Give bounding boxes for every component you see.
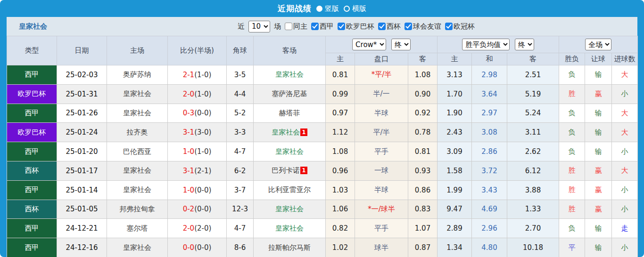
checkbox-icon[interactable] bbox=[285, 23, 292, 30]
avg-draw-cell: 3.43 bbox=[472, 180, 507, 200]
home-odds-cell: 1.08 bbox=[326, 142, 355, 161]
avg-draw-cell: 2.96 bbox=[472, 219, 507, 238]
away-team-cell: 赫塔菲 bbox=[254, 104, 326, 123]
avg-away-cell: 2.70 bbox=[507, 219, 559, 238]
goals-result-cell: 大 bbox=[612, 104, 638, 123]
radio-unselected-icon[interactable] bbox=[344, 6, 350, 12]
halftime-score: (3-0) bbox=[194, 128, 211, 137]
away-team-name: 塞萨洛尼基 bbox=[272, 89, 307, 98]
home-team-cell: 皇家社会 bbox=[107, 104, 168, 123]
away-odds-cell: 0.83 bbox=[408, 200, 438, 219]
corners-cell: 3-5 bbox=[227, 65, 254, 85]
recent-count-select[interactable]: 10 bbox=[248, 21, 270, 32]
handicap-result-cell: 输 bbox=[585, 142, 612, 161]
avg-draw-cell: 2.97 bbox=[472, 104, 507, 123]
home-team-cell: 邦弗拉甸拿 bbox=[107, 200, 168, 219]
score-cell: 1-0(1-0) bbox=[168, 142, 227, 161]
handicap-result-cell: 赢 bbox=[585, 180, 612, 200]
away-team-cell: 拉斯帕尔马斯 bbox=[254, 238, 326, 257]
corners-cell: 4-4 bbox=[227, 84, 254, 104]
competition-cell: 欧罗巴杯 bbox=[7, 84, 57, 104]
date-cell: 25-01-14 bbox=[57, 180, 107, 200]
competition-cell: 西甲 bbox=[7, 219, 57, 238]
bookmaker-select[interactable]: Crow* bbox=[352, 39, 386, 50]
checkbox-icon[interactable] bbox=[445, 23, 453, 30]
league-filter-checkbox[interactable]: 西甲 bbox=[311, 22, 334, 31]
layout-option-horizontal[interactable]: 横版 bbox=[344, 4, 366, 13]
away-odds-cell: 1.07 bbox=[408, 219, 438, 238]
goals-result-cell: 走 bbox=[612, 219, 638, 238]
checkbox-label: 欧罗巴杯 bbox=[346, 22, 374, 31]
avg-away-cell: 2.51 bbox=[507, 65, 559, 85]
avg-away-cell: 10.18 bbox=[507, 238, 559, 257]
away-team-cell: 塞萨洛尼基 bbox=[254, 84, 326, 104]
avg-home-cell: 2.89 bbox=[438, 219, 472, 238]
result-cell: 负 bbox=[559, 219, 585, 238]
league-filter-checkbox[interactable]: 同主 bbox=[285, 22, 307, 31]
handicap-result-cell: 输 bbox=[585, 219, 612, 238]
away-team-name: 皇家社会 bbox=[275, 224, 304, 233]
avg-home-cell: 9.47 bbox=[438, 200, 472, 219]
avg-select[interactable]: 胜平负均值 bbox=[462, 39, 510, 50]
subcol-avg-away: 客 bbox=[507, 53, 559, 65]
home-team-cell: 塞尔塔 bbox=[107, 219, 168, 238]
date-cell: 25-01-17 bbox=[57, 161, 107, 180]
away-team-cell: 皇家社会1 bbox=[254, 123, 326, 142]
table-row: 西杯 25-01-05 邦弗拉甸拿 0-2(0-0) 12-3 皇家社会 1.0… bbox=[7, 200, 638, 219]
handicap-cell: *一/球半 bbox=[355, 200, 408, 219]
fulltime-score: 2-0 bbox=[183, 90, 195, 98]
competition-cell: 西杯 bbox=[7, 200, 57, 219]
avg-away-cell: 5.19 bbox=[507, 84, 559, 104]
score-cell: 0-3(0-0) bbox=[168, 104, 227, 123]
result-cell: 负 bbox=[559, 123, 585, 142]
checkbox-label: 西杯 bbox=[387, 22, 401, 31]
scope-select[interactable]: 全场 bbox=[585, 39, 611, 50]
home-odds-cell: 0.96 bbox=[326, 161, 355, 180]
handicap-result-cell: 输 bbox=[585, 238, 612, 257]
fulltime-score: 2-1 bbox=[183, 71, 195, 79]
home-odds-cell: 1.06 bbox=[326, 200, 355, 219]
table-wrap: 类型 日期 主场 比分(半场) 角球 客场 Crow* 终 胜平负均值 终 bbox=[7, 36, 637, 257]
table-row: 西甲 24-12-21 塞尔塔 2-0(2-0) 4-7 皇家社会 0.82 平… bbox=[7, 219, 638, 238]
date-cell: 25-01-31 bbox=[57, 84, 107, 104]
layout-option-vertical[interactable]: 竖版 bbox=[316, 4, 339, 13]
halftime-score: (2-1) bbox=[194, 167, 211, 175]
score-cell: 0-2(0-0) bbox=[168, 200, 227, 219]
handicap-cell: 半/一 bbox=[355, 84, 408, 104]
table-row: 欧罗巴杯 25-01-24 拉齐奥 3-1(3-0) 3-3 皇家社会1 1.1… bbox=[7, 123, 638, 142]
checkbox-icon[interactable] bbox=[311, 23, 319, 30]
fulltime-score: 1-0 bbox=[183, 186, 195, 194]
team-name: 皇家社会 bbox=[19, 22, 47, 31]
competition-cell: 西甲 bbox=[7, 65, 57, 85]
league-filter-checkbox[interactable]: 欧罗巴杯 bbox=[338, 22, 374, 31]
table-row: 西甲 25-01-14 皇家社会 1-0(0-0) 3-7 比利亚雷亚尔 1.0… bbox=[7, 180, 638, 200]
checkbox-icon[interactable] bbox=[338, 23, 345, 30]
result-cell: 负 bbox=[559, 65, 585, 85]
away-team-cell: 皇家社会 bbox=[254, 142, 326, 161]
checkbox-icon[interactable] bbox=[405, 23, 412, 30]
bookmaker-time-select[interactable]: 终 bbox=[391, 39, 411, 50]
score-cell: 3-1(2-1) bbox=[168, 161, 227, 180]
league-filter-checkbox[interactable]: 球会友谊 bbox=[405, 22, 441, 31]
handicap-cell: 平手 bbox=[355, 219, 408, 238]
near-label: 近 bbox=[238, 22, 245, 31]
radio-selected-icon[interactable] bbox=[316, 6, 322, 12]
avg-time-select[interactable]: 终 bbox=[515, 39, 534, 50]
home-odds-cell: 1.02 bbox=[326, 238, 355, 257]
league-filter-checkbox[interactable]: 西杯 bbox=[378, 22, 401, 31]
avg-away-cell: 6.12 bbox=[507, 161, 559, 180]
competition-cell: 西杯 bbox=[7, 161, 57, 180]
date-cell: 25-01-20 bbox=[57, 142, 107, 161]
handicap-result-cell: 赢 bbox=[585, 200, 612, 219]
corners-cell: 12-3 bbox=[227, 200, 254, 219]
league-filter-checkbox[interactable]: 欧冠杯 bbox=[445, 22, 475, 31]
avg-home-cell: 1.34 bbox=[438, 238, 472, 257]
corners-cell: 3-7 bbox=[227, 180, 254, 200]
checkbox-icon[interactable] bbox=[378, 23, 386, 30]
avg-home-cell: 1.90 bbox=[438, 104, 472, 123]
date-cell: 25-01-05 bbox=[57, 200, 107, 219]
radio-label-horizontal: 横版 bbox=[352, 4, 366, 13]
checkbox-label: 西甲 bbox=[320, 22, 334, 31]
away-team-name: 皇家社会 bbox=[275, 205, 304, 213]
games-label: 场 bbox=[274, 22, 281, 31]
